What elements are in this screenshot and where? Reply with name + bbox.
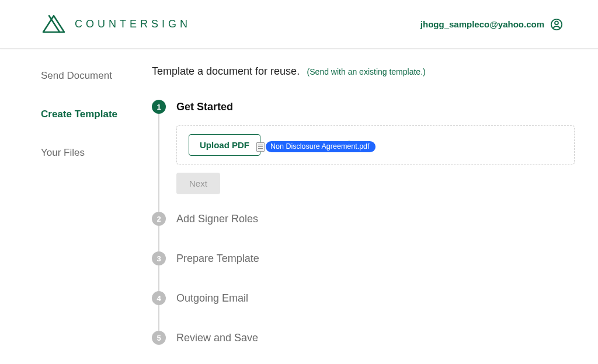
upload-drop-zone[interactable]: Upload PDF or drag and drop	[176, 125, 575, 164]
step-content: Get Started Upload PDF or drag and drop	[176, 99, 575, 194]
drag-file-indicator: Non Disclosure Agreement.pdf	[256, 141, 376, 152]
step-number-badge: 1	[152, 100, 166, 114]
user-avatar-icon[interactable]	[550, 18, 563, 31]
sidebar-item-your-files[interactable]: Your Files	[41, 147, 152, 159]
step-title: Add Signer Roles	[176, 211, 258, 227]
step-connector	[158, 114, 159, 212]
sidebar-nav: Send Document Create Template Your Files	[0, 49, 152, 364]
step-number-badge: 4	[152, 291, 166, 305]
step-title: Review and Save	[176, 330, 258, 346]
step-connector	[158, 265, 159, 291]
step-add-signer-roles: 2 Add Signer Roles	[152, 211, 575, 250]
user-email[interactable]: jhogg_sampleco@yahoo.com	[420, 19, 544, 29]
step-number-badge: 2	[152, 212, 166, 226]
app-body: Send Document Create Template Your Files…	[0, 49, 598, 364]
brand-logo[interactable]: COUNTERSIGN	[41, 15, 191, 34]
upload-pdf-button[interactable]: Upload PDF	[189, 134, 260, 156]
sidebar-item-create-template[interactable]: Create Template	[41, 108, 152, 120]
step-get-started: 1 Get Started Upload PDF or drag and dro…	[152, 99, 575, 211]
step-title: Outgoing Email	[176, 290, 248, 306]
step-title: Get Started	[176, 99, 575, 115]
step-outgoing-email: 4 Outgoing Email	[152, 290, 575, 330]
step-connector	[158, 226, 159, 251]
sidebar-item-send-document[interactable]: Send Document	[41, 70, 152, 82]
app-header: COUNTERSIGN jhogg_sampleco@yahoo.com	[0, 0, 598, 49]
step-prepare-template: 3 Prepare Template	[152, 250, 575, 290]
drag-file-name: Non Disclosure Agreement.pdf	[266, 141, 376, 152]
countersign-logo-icon	[41, 15, 67, 34]
step-connector	[158, 305, 159, 331]
svg-point-1	[555, 21, 558, 24]
step-review-and-save: 5 Review and Save	[152, 330, 575, 364]
step-title: Prepare Template	[176, 250, 259, 267]
step-number-badge: 3	[152, 251, 166, 265]
file-icon	[256, 142, 265, 152]
page-heading-row: Template a document for reuse. (Send wit…	[152, 65, 575, 78]
main-content: Template a document for reuse. (Send wit…	[152, 49, 598, 364]
header-user: jhogg_sampleco@yahoo.com	[420, 18, 563, 31]
next-button[interactable]: Next	[176, 173, 220, 194]
brand-name: COUNTERSIGN	[75, 18, 191, 30]
step-number-badge: 5	[152, 331, 166, 345]
wizard-steps: 1 Get Started Upload PDF or drag and dro…	[152, 99, 575, 364]
page-title: Template a document for reuse.	[152, 65, 300, 78]
existing-template-link[interactable]: (Send with an existing template.)	[307, 67, 426, 76]
